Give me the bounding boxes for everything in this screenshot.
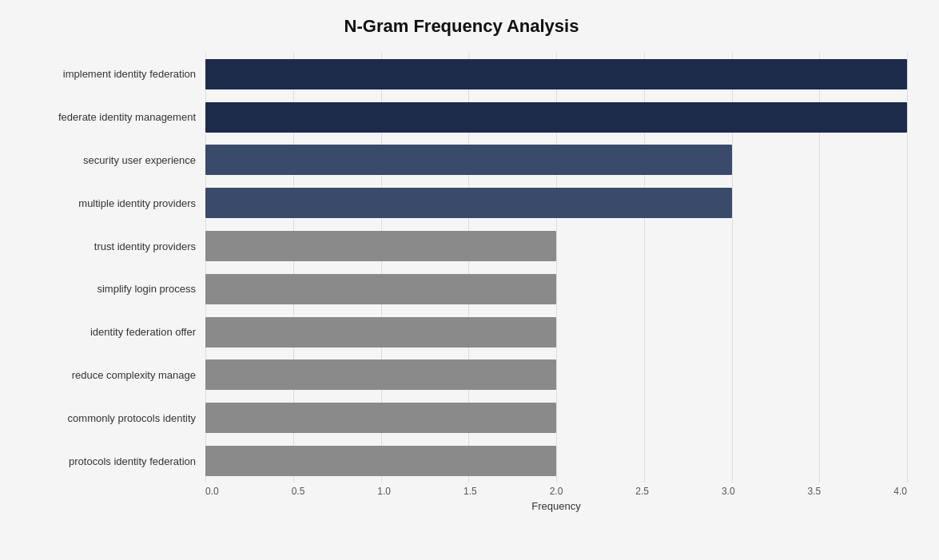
bar-fill: [205, 231, 556, 261]
x-axis-tick: 4.0: [893, 486, 907, 497]
bar-track: [205, 59, 907, 89]
bar-track: [205, 231, 907, 261]
bar-fill: [205, 403, 556, 433]
x-axis-tick: 1.0: [377, 486, 391, 497]
x-axis-tick: 3.5: [808, 486, 822, 497]
bar-label: security user experience: [16, 154, 205, 166]
bar-row: multiple identity providers: [16, 181, 907, 224]
bar-label: federate identity management: [16, 111, 205, 123]
bar-label: multiple identity providers: [16, 197, 205, 209]
bar-label: trust identity providers: [16, 240, 205, 252]
bar-fill: [205, 317, 556, 348]
bar-fill: [205, 59, 907, 89]
x-axis-tick: 2.0: [550, 486, 563, 497]
bar-row: security user experience: [16, 139, 907, 182]
bar-label: reduce complexity manage: [16, 369, 205, 381]
x-axis-tick: 1.5: [464, 486, 477, 497]
x-axis: 0.00.51.01.52.02.53.03.54.0 Frequency: [205, 486, 907, 512]
chart-container: N-Gram Frequency Analysis implement iden…: [0, 0, 939, 560]
bar-track: [205, 188, 907, 218]
bar-row: identity federation offer: [16, 311, 907, 354]
bar-label: protocols identity federation: [16, 455, 205, 467]
x-axis-tick: 0.5: [292, 486, 305, 497]
bar-row: commonly protocols identity: [16, 396, 907, 439]
bar-track: [205, 145, 907, 175]
grid-line: [907, 53, 908, 483]
x-axis-label: Frequency: [205, 500, 907, 512]
bar-label: implement identity federation: [16, 68, 205, 80]
x-axis-tick: 0.0: [205, 486, 219, 497]
chart-title: N-Gram Frequency Analysis: [16, 16, 907, 37]
bar-fill: [205, 188, 732, 218]
bar-row: trust identity providers: [16, 224, 907, 268]
bar-track: [205, 446, 907, 476]
bar-label: commonly protocols identity: [16, 412, 205, 424]
bar-track: [205, 102, 907, 133]
bar-label: identity federation offer: [16, 326, 205, 338]
chart-area: implement identity federationfederate id…: [16, 53, 907, 512]
bar-track: [205, 317, 907, 348]
bar-fill: [205, 274, 556, 304]
x-axis-ticks: 0.00.51.01.52.02.53.03.54.0: [205, 486, 907, 497]
bar-label: simplify login process: [16, 283, 205, 295]
bar-row: reduce complexity manage: [16, 354, 907, 397]
bar-fill: [205, 102, 907, 133]
bar-track: [205, 403, 907, 433]
bar-fill: [205, 446, 556, 476]
bar-track: [205, 274, 907, 304]
bar-fill: [205, 359, 556, 390]
bar-row: simplify login process: [16, 268, 907, 311]
bar-row: protocols identity federation: [16, 439, 907, 483]
bar-row: implement identity federation: [16, 53, 907, 96]
bars-section: implement identity federationfederate id…: [16, 53, 907, 483]
bar-fill: [205, 145, 732, 175]
bar-row: federate identity management: [16, 96, 907, 139]
bar-track: [205, 359, 907, 390]
x-axis-tick: 2.5: [635, 486, 649, 497]
x-axis-tick: 3.0: [722, 486, 735, 497]
